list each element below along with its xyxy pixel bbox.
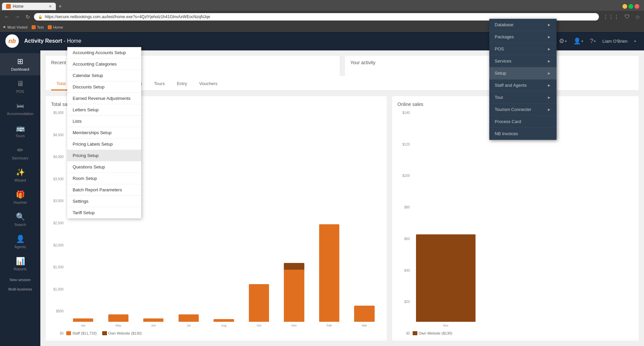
new-tab-button[interactable]: + — [56, 2, 64, 11]
bar-label-feb: Feb — [327, 324, 332, 327]
total-sales-bars-container: Apr May — [66, 111, 381, 335]
charts-area: Total sales $5,000 $4,500 $4,000 $3,500 … — [40, 91, 644, 346]
online-sales-chart-body: $140 $120 $100 $80 $60 $40 $20 $0 — [397, 111, 633, 335]
oy-60: $60 — [397, 237, 410, 241]
shield-icon[interactable]: 🛡 — [623, 13, 631, 21]
settings-icon-button[interactable]: ⚙▾ — [556, 36, 569, 46]
reload-button[interactable]: ↻ — [24, 13, 31, 21]
legend-website-color — [102, 331, 107, 335]
bar-label-jun: Jun — [151, 324, 156, 327]
your-activity-panel: Your activity — [345, 56, 639, 76]
forward-button[interactable]: → — [13, 13, 22, 21]
bookmark-home[interactable]: Home — [48, 25, 63, 29]
sidebar-item-wizard[interactable]: ✨ Wizard — [0, 164, 40, 186]
tab-entry[interactable]: Entry — [172, 78, 192, 90]
back-button[interactable]: ← — [3, 13, 11, 21]
sidebar-item-new-session[interactable]: New session — [0, 275, 40, 284]
wizard-icon: ✨ — [16, 168, 25, 177]
y-label-2000: $2,000 — [51, 243, 64, 247]
y-label-4500: $4,500 — [51, 133, 64, 137]
bookmark-test[interactable]: Test — [32, 25, 44, 29]
logo-text: nb — [8, 38, 16, 45]
home-favicon — [48, 25, 52, 29]
bar-aug: Aug — [207, 214, 241, 327]
top-nav-icons: ⚙▾ 👤▾ ?▾ Liam O'Brien ▾ — [556, 36, 639, 46]
bar-label-mar: Mar — [362, 324, 367, 327]
sidebar-item-multi-business[interactable]: Multi-business — [0, 284, 40, 294]
restore-button[interactable] — [629, 4, 633, 9]
user-icon-button[interactable]: 👤▾ — [571, 36, 586, 46]
sidebar-item-voucher[interactable]: 🎁 Voucher — [0, 186, 40, 208]
y-label-5000: $5,000 — [51, 111, 64, 115]
tab-accommodation[interactable]: Accommodation — [105, 78, 147, 90]
sidebar-label-tours: Tours — [16, 134, 25, 138]
search-icon: 🔍 — [16, 213, 25, 221]
app-container: nb Activity Resort - Home ⚙▾ 👤▾ ?▾ Liam … — [0, 32, 644, 346]
content-area: Recent online sales Your activity Total … — [40, 50, 644, 346]
your-activity-title: Your activity — [350, 60, 634, 65]
minimize-button[interactable] — [622, 4, 627, 9]
bar-jun-staff — [143, 318, 163, 322]
legend-staff: Staff ($11,733) — [66, 331, 97, 335]
legend-website: Own Website ($130) — [102, 331, 142, 335]
bar-mar-staff — [354, 306, 374, 322]
bar-label-may: May — [115, 324, 121, 327]
tours-icon: 🚌 — [16, 124, 25, 132]
total-sales-chart-title: Total sales — [51, 102, 381, 107]
lock-icon: 🔒 — [38, 15, 43, 19]
tab-total-sales[interactable]: Total sales — [51, 78, 82, 90]
y-label-2500: $2,500 — [51, 221, 64, 225]
tab-close-button[interactable]: ✕ — [49, 4, 52, 9]
sidebar-item-tours[interactable]: 🚌 Tours — [0, 120, 40, 142]
online-bar-nov: Nov — [413, 228, 479, 327]
sanctuary-icon: ✏ — [17, 146, 23, 155]
bookmark-most-visited[interactable]: ★ Most Visited — [3, 25, 28, 29]
y-label-0: $0 — [51, 332, 64, 335]
online-sales-y-axis: $140 $120 $100 $80 $60 $40 $20 $0 — [397, 111, 413, 335]
sidebar-label-pos: POS — [16, 89, 24, 93]
y-label-3500: $3,500 — [51, 177, 64, 181]
bookmark-icon: ★ — [3, 25, 6, 29]
sidebar-item-dashboard[interactable]: ⊞ Dashboard — [0, 53, 40, 75]
sidebar-item-accommodation[interactable]: 🛏 Accommodation — [0, 98, 40, 120]
total-sales-y-axis: $5,000 $4,500 $4,000 $3,500 $3,000 $2,50… — [51, 111, 66, 335]
tab-vouchers[interactable]: Vouchers — [194, 78, 223, 90]
user-dropdown-caret[interactable]: ▾ — [632, 38, 639, 44]
sidebar-item-reports[interactable]: 📊 Reports — [0, 253, 40, 275]
tab-tours[interactable]: Tours — [149, 78, 170, 90]
url-bar[interactable]: 🔒 https://secure.netbookings.com.au/test… — [34, 13, 599, 21]
legend-staff-label: Staff ($11,733) — [72, 331, 97, 335]
bookmarks-bar: ★ Most Visited Test Home — [0, 23, 644, 32]
y-label-4000: $4,000 — [51, 155, 64, 159]
online-sales-bars-container: Nov Own Website ($130) — [413, 111, 633, 335]
online-legend-website-color — [413, 331, 417, 335]
address-bar: ← → ↻ 🔒 https://secure.netbookings.com.a… — [0, 11, 644, 23]
sidebar-item-pos[interactable]: 🖥 POS — [0, 75, 40, 98]
user-label[interactable]: Liam O'Brien — [600, 37, 630, 45]
menu-button[interactable]: ⋮⋮⋮ — [602, 13, 620, 21]
sidebar-item-sanctuary[interactable]: ✏ Sanctuary — [0, 142, 40, 164]
tab-title: Home — [13, 4, 24, 9]
star-icon[interactable]: ☆ — [634, 13, 641, 21]
sidebar-item-search[interactable]: 🔍 Search — [0, 208, 40, 231]
y-label-1000: $1,000 — [51, 287, 64, 291]
total-sales-chart-panel: Total sales $5,000 $4,500 $4,000 $3,500 … — [46, 96, 387, 341]
sidebar-item-agents[interactable]: 👤 Agents — [0, 231, 40, 253]
close-button[interactable] — [635, 4, 639, 9]
dashboard-icon: ⊞ — [17, 57, 23, 66]
sidebar-label-multi-business: Multi-business — [8, 287, 32, 291]
active-tab[interactable]: Home ✕ — [2, 3, 56, 10]
online-sales-chart-panel: Online sales $140 $120 $100 $80 $60 $40 … — [392, 96, 639, 341]
help-icon-button[interactable]: ?▾ — [587, 36, 598, 46]
sidebar-label-search: Search — [14, 223, 26, 227]
tab-pos[interactable]: POS — [84, 78, 104, 90]
logo: nb — [5, 34, 19, 48]
bar-label-aug: Aug — [221, 324, 226, 327]
bar-label-jul: Jul — [187, 324, 191, 327]
total-sales-bars-wrapper: Apr May — [66, 111, 381, 329]
bar-mar: Mar — [347, 214, 381, 327]
bookmark-label: Most Visited — [7, 25, 28, 29]
window-controls — [622, 4, 642, 9]
online-bar-nov-website — [416, 234, 476, 322]
pos-icon: 🖥 — [16, 79, 24, 88]
